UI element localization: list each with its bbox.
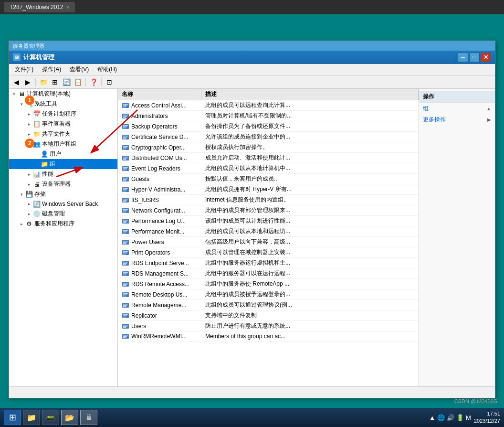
list-row[interactable]: Backup Operators备份操作员为了备份或还原文件... <box>118 121 419 132</box>
tree-item-backup[interactable]: ▸🔄Windows Server Back <box>9 199 117 209</box>
tree-expand-root[interactable]: ▾ <box>10 90 18 98</box>
tree-item-system-tools[interactable]: ▾🔧系统工具 <box>9 99 117 109</box>
titlebar-buttons: ─ □ ✕ <box>458 53 491 62</box>
tree-item-local-users[interactable]: ▾👥本地用户和组 <box>9 139 117 149</box>
list-row[interactable]: Certificate Service D...允许该组的成员连接到企业中的..… <box>118 132 419 142</box>
group-name-text: RDS Endpoint Serve... <box>131 260 189 267</box>
svg-rect-89 <box>123 335 128 336</box>
tree-expand-services-apps[interactable]: ▸ <box>18 220 25 228</box>
tree-expand-event-viewer[interactable]: ▸ <box>25 120 33 128</box>
tree-item-services-apps[interactable]: ▸⚙服务和应用程序 <box>9 219 117 229</box>
group-icon <box>122 228 129 235</box>
browser-tab[interactable]: T287_Windows 2012 × <box>4 2 75 12</box>
list-row[interactable]: Performance Monit...此组的成员可以从本地和远程访... <box>118 226 419 237</box>
list-row[interactable]: Administrators管理员对计算机/域有不受限制的... <box>118 111 419 121</box>
group-name-cell: Hyper-V Administra... <box>118 185 201 194</box>
list-row[interactable]: Access Control Assi...此组的成员可以远程查询此计算... <box>118 100 419 111</box>
tree-item-event-viewer[interactable]: ▸📋事件查看器 <box>9 119 117 129</box>
refresh-btn[interactable]: 🔄 <box>61 77 72 87</box>
list-row[interactable]: Performance Log U...该组中的成员可以计划进行性能... <box>118 216 419 226</box>
tree-expand-users[interactable] <box>33 150 41 158</box>
menu-view[interactable]: 查看(V) <box>66 64 93 75</box>
tree-item-storage[interactable]: ▾💾存储 <box>9 189 117 199</box>
col-header-name[interactable]: 名称 <box>118 89 201 100</box>
tree-expand-shared-folders[interactable]: ▸ <box>25 130 33 138</box>
tree-expand-disk-mgmt[interactable]: ▸ <box>25 210 33 218</box>
list-row[interactable]: RDS Management S...此组中的服务器可以在运行远程... <box>118 268 419 279</box>
tree-item-disk-mgmt[interactable]: ▸💿磁盘管理 <box>9 209 117 219</box>
group-icon <box>122 186 129 193</box>
properties-btn[interactable]: 📋 <box>73 77 83 87</box>
tree-item-task-scheduler[interactable]: ▸📅任务计划程序 <box>9 109 117 119</box>
tree-expand-system-tools[interactable]: ▾ <box>18 100 25 108</box>
group-name-text: Performance Monit... <box>131 228 184 235</box>
tray-up-arrow[interactable]: ▲ <box>429 414 435 421</box>
group-name-text: Hyper-V Administra... <box>131 186 185 193</box>
list-row[interactable]: RDS Endpoint Serve...此组中的服务器运行虚拟机和主... <box>118 258 419 268</box>
list-row[interactable]: Distributed COM Us...成员允许启动、激活和使用此计... <box>118 153 419 163</box>
svg-rect-19 <box>123 149 126 149</box>
col-header-desc[interactable]: 描述 <box>201 89 419 100</box>
minimize-btn[interactable]: ─ <box>458 53 468 62</box>
help-btn[interactable]: ❓ <box>88 77 99 87</box>
list-row[interactable]: Cryptographic Oper...授权成员执行加密操作。 <box>118 142 419 153</box>
tree-expand-task-scheduler[interactable]: ▸ <box>25 110 33 118</box>
hint-text: 服务器管理器 <box>13 43 44 50</box>
group-name-text: WinRMRemoteWMI... <box>131 333 187 340</box>
show-btn[interactable]: ⊞ <box>50 77 60 87</box>
list-row[interactable]: Replicator支持域中的文件复制 <box>118 310 419 321</box>
taskbar-computer[interactable]: 🖥 <box>80 410 97 425</box>
tree-expand-device-manager[interactable]: ▸ <box>25 181 33 188</box>
group-icon <box>122 144 129 151</box>
close-btn[interactable]: ✕ <box>481 53 491 62</box>
taskbar-folder2[interactable]: 📂 <box>61 410 78 425</box>
view-btn[interactable]: ⊡ <box>104 77 115 87</box>
group-name-text: Performance Log U... <box>131 218 186 224</box>
list-row[interactable]: Event Log Readers此组的成员可以从本地计算机中... <box>118 163 419 174</box>
list-row[interactable]: Hyper-V Administra...此组的成员拥有对 Hyper-V 所有… <box>118 184 419 195</box>
svg-rect-29 <box>123 178 128 179</box>
tab-close-btn[interactable]: × <box>66 4 69 10</box>
tree-label-device-manager: 设备管理器 <box>42 180 71 188</box>
group-name-text: Remote Desktop Us... <box>131 291 187 298</box>
taskbar-terminal[interactable]: 📟 <box>42 410 59 425</box>
list-row[interactable]: Remote Manageme...此组的成员可以通过管理协议(例... <box>118 300 419 310</box>
tree-item-shared-folders[interactable]: ▸📁共享文件夹 <box>9 129 117 139</box>
forward-btn[interactable]: ▶ <box>22 77 33 87</box>
tree-item-performance[interactable]: ▸📊性能 <box>9 169 117 179</box>
list-row[interactable]: Print Operators成员可以管理在域控制器上安装... <box>118 247 419 258</box>
more-actions-btn[interactable]: 更多操作 ▶ <box>419 114 495 125</box>
list-row[interactable]: Power Users包括高级用户以向下兼容，高级... <box>118 237 419 247</box>
list-row[interactable]: WinRMRemoteWMI...Members of this group c… <box>118 331 419 342</box>
list-row[interactable]: Network Configurat...此组中的成员有部分管理权限来... <box>118 205 419 216</box>
tree-expand-performance[interactable]: ▸ <box>25 171 33 178</box>
tree-item-groups[interactable]: 📁组 <box>9 159 117 169</box>
tree-item-root[interactable]: ▾🖥计算机管理(本地) <box>9 89 117 99</box>
taskbar-explorer[interactable]: 📁 <box>23 410 40 425</box>
tree-expand-groups[interactable] <box>33 160 41 168</box>
group-desc-cell: 管理员对计算机/域有不受限制的... <box>201 111 419 121</box>
svg-rect-51 <box>123 233 126 234</box>
list-row[interactable]: IIS_IUSRSInternet 信息服务使用的内置组。 <box>118 195 419 205</box>
more-actions-chevron: ▶ <box>487 117 491 122</box>
tree-expand-local-users[interactable]: ▾ <box>25 140 33 148</box>
menu-action[interactable]: 操作(A) <box>38 64 65 75</box>
group-icon <box>122 123 129 130</box>
up-btn[interactable]: 📁 <box>38 77 49 87</box>
tree-expand-storage[interactable]: ▾ <box>18 191 25 198</box>
list-row[interactable]: RDS Remote Access...此组中的服务器使 RemoteApp .… <box>118 279 419 289</box>
list-row[interactable]: Users防止用户进行有意或无意的系统... <box>118 321 419 331</box>
tree-item-users[interactable]: 👤用户 <box>9 149 117 159</box>
menu-help[interactable]: 帮助(H) <box>94 64 121 75</box>
list-row[interactable]: Remote Desktop Us...此组中的成员被授予远程登录的... <box>118 289 419 300</box>
back-btn[interactable]: ◀ <box>11 77 21 87</box>
menu-file[interactable]: 文件(F) <box>11 64 37 75</box>
system-tray: ▲ 🌐 🔊 🔋 M <box>429 414 471 421</box>
maximize-btn[interactable]: □ <box>469 53 480 62</box>
group-name-text: Backup Operators <box>131 123 178 130</box>
tree-expand-backup[interactable]: ▸ <box>25 200 33 208</box>
tree-item-device-manager[interactable]: ▸🖨设备管理器 <box>9 179 117 189</box>
list-row[interactable]: Guests按默认值，来宾用户的成员... <box>118 174 419 184</box>
svg-rect-7 <box>123 117 126 118</box>
start-button[interactable]: ⊞ <box>4 410 21 425</box>
